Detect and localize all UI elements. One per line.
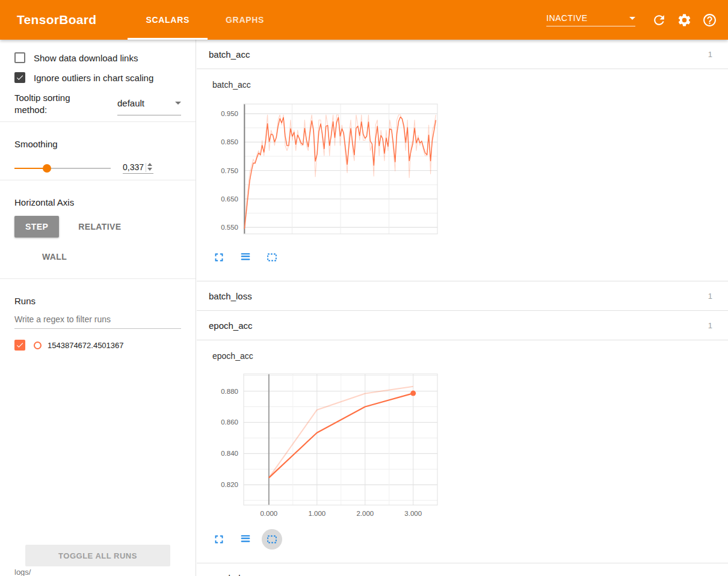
chart-panel-epoch-acc: epoch_acc 0.8200.8400.8600.8800.0001.000… xyxy=(197,340,728,563)
spinner-down-icon[interactable] xyxy=(147,168,152,171)
check-icon xyxy=(16,73,24,82)
refresh-icon xyxy=(652,13,667,28)
header-actions: INACTIVE xyxy=(546,7,722,32)
chart-toolbar xyxy=(209,529,728,550)
tooltip-sorting-label: Tooltip sorting method: xyxy=(14,92,85,115)
fit-domain-icon xyxy=(265,533,279,546)
chart-toolbar xyxy=(209,247,728,268)
show-download-links-checkbox-row[interactable]: Show data download links xyxy=(14,52,181,63)
help-button[interactable] xyxy=(697,7,722,32)
run-list-item[interactable]: 1543874672.4501367 xyxy=(14,340,181,351)
svg-text:0.850: 0.850 xyxy=(221,138,238,146)
smoothing-number-input-wrap xyxy=(123,162,153,174)
run-color-circle-icon xyxy=(34,342,42,349)
check-icon xyxy=(16,341,24,349)
refresh-button[interactable] xyxy=(646,7,671,32)
number-spinners xyxy=(146,163,153,172)
runs-footer-path: logs/ xyxy=(14,568,31,576)
runs-filter-input[interactable] xyxy=(14,310,181,329)
expand-icon xyxy=(212,533,226,546)
svg-text:0.880: 0.880 xyxy=(221,388,238,395)
fit-domain-button[interactable] xyxy=(262,529,282,550)
gear-icon xyxy=(677,13,692,28)
chart-title: batch_acc xyxy=(212,80,728,90)
tab-graphs[interactable]: GRAPHS xyxy=(208,0,282,40)
ignore-outliers-checkbox-row[interactable]: Ignore outliers in chart scaling xyxy=(14,72,181,83)
expand-chart-button[interactable] xyxy=(209,529,229,550)
status-dropdown[interactable]: INACTIVE xyxy=(546,13,635,26)
settings-sidebar: Show data download links Ignore outliers… xyxy=(0,40,196,576)
svg-text:0.000: 0.000 xyxy=(260,510,277,517)
smoothing-label: Smoothing xyxy=(14,139,181,149)
toggle-all-runs-button[interactable]: TOGGLE ALL RUNS xyxy=(25,545,170,566)
section-count-badge: 1 xyxy=(708,321,712,330)
svg-text:0.650: 0.650 xyxy=(221,195,238,203)
fit-domain-button[interactable] xyxy=(262,247,282,268)
svg-text:0.750: 0.750 xyxy=(221,167,238,174)
run-name: 1543874672.4501367 xyxy=(48,341,124,350)
smoothing-value-input[interactable] xyxy=(123,162,146,172)
axis-wall-button[interactable]: WALL xyxy=(31,246,78,268)
svg-text:0.950: 0.950 xyxy=(221,110,238,117)
svg-text:0.860: 0.860 xyxy=(221,418,238,426)
chevron-down-icon xyxy=(175,102,181,105)
tab-scalars[interactable]: SCALARS xyxy=(128,0,208,40)
show-download-links-label: Show data download links xyxy=(34,53,138,63)
log-scale-button[interactable] xyxy=(235,529,256,550)
axis-relative-button[interactable]: RELATIVE xyxy=(67,216,132,237)
section-header-batch-acc[interactable]: batch_acc 1 xyxy=(197,40,728,69)
section-header-epoch-loss[interactable]: epoch_loss xyxy=(197,563,728,576)
fit-domain-icon xyxy=(265,251,279,264)
section-title: batch_acc xyxy=(209,49,250,60)
chevron-down-icon xyxy=(629,17,635,20)
section-header-epoch-acc[interactable]: epoch_acc 1 xyxy=(197,311,728,340)
slider-fill xyxy=(14,168,47,169)
divider xyxy=(0,180,196,180)
section-count-badge: 1 xyxy=(708,50,712,59)
divider xyxy=(0,278,196,279)
chart-title: epoch_acc xyxy=(212,351,728,361)
tooltip-sorting-value: default xyxy=(117,98,144,108)
checkbox-checked-icon[interactable] xyxy=(14,72,25,83)
svg-text:2.000: 2.000 xyxy=(356,510,374,517)
dashboard-content: batch_acc 1 batch_acc 0.5500.6500.7500.8… xyxy=(197,40,728,576)
epoch-acc-chart[interactable]: 0.8200.8400.8600.8800.0001.0002.0003.000 xyxy=(206,368,445,523)
status-label: INACTIVE xyxy=(546,13,588,23)
batch-acc-chart[interactable]: 0.5500.6500.7500.8500.950 xyxy=(206,97,445,241)
tab-bar: SCALARS GRAPHS xyxy=(128,0,282,40)
log-scale-icon xyxy=(239,533,252,546)
app-title: TensorBoard xyxy=(17,13,96,27)
tooltip-sorting-dropdown[interactable]: default xyxy=(117,94,181,115)
app-header: TensorBoard SCALARS GRAPHS INACTIVE xyxy=(0,0,728,40)
slider-thumb[interactable] xyxy=(43,164,51,173)
svg-text:1.000: 1.000 xyxy=(308,510,325,517)
checkbox-unchecked-icon[interactable] xyxy=(14,52,25,63)
svg-text:0.820: 0.820 xyxy=(221,481,238,488)
chart-panel-batch-acc: batch_acc 0.5500.6500.7500.8500.950 xyxy=(197,69,728,281)
settings-button[interactable] xyxy=(671,7,697,32)
svg-text:0.550: 0.550 xyxy=(221,224,238,231)
section-count-badge: 1 xyxy=(708,292,712,301)
axis-step-button[interactable]: STEP xyxy=(14,216,59,237)
run-checkbox-icon[interactable] xyxy=(14,340,25,351)
expand-chart-button[interactable] xyxy=(209,247,229,268)
divider xyxy=(0,121,196,122)
svg-text:0.840: 0.840 xyxy=(221,450,238,457)
smoothing-slider[interactable] xyxy=(14,168,111,169)
section-header-batch-loss[interactable]: batch_loss 1 xyxy=(197,281,728,311)
help-icon xyxy=(702,13,717,28)
log-scale-button[interactable] xyxy=(235,247,256,268)
section-title: batch_loss xyxy=(209,291,252,301)
ignore-outliers-label: Ignore outliers in chart scaling xyxy=(34,73,153,83)
section-title: epoch_loss xyxy=(209,573,254,576)
svg-text:3.000: 3.000 xyxy=(404,510,422,517)
expand-icon xyxy=(212,251,226,264)
tooltip-sorting-block: Tooltip sorting method: default xyxy=(14,92,181,115)
runs-label: Runs xyxy=(14,296,181,306)
spinner-up-icon[interactable] xyxy=(147,163,152,166)
horizontal-axis-label: Horizontal Axis xyxy=(14,197,181,207)
log-scale-icon xyxy=(239,251,252,264)
section-title: epoch_acc xyxy=(209,320,253,331)
smoothing-control xyxy=(14,162,181,174)
